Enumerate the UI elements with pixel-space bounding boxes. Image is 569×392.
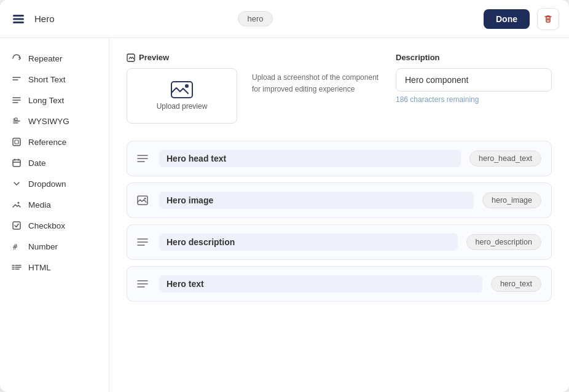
reference-icon [11, 137, 22, 147]
body: Repeater Short Text [0, 38, 569, 392]
hero-image-icon [137, 195, 151, 205]
media-icon [11, 200, 22, 210]
chars-remaining: 186 characters remaining [396, 95, 552, 104]
short-text-icon [11, 74, 22, 84]
svg-rect-10 [15, 140, 18, 144]
dropdown-icon [11, 179, 22, 189]
description-section: Description Hero component 186 character… [396, 53, 552, 123]
sidebar-item-wysiwyg[interactable]: WYSIWYG [0, 111, 109, 131]
sidebar-item-short-text-label: Short Text [28, 75, 66, 84]
sidebar-item-long-text[interactable]: Long Text [0, 90, 109, 111]
html-icon [11, 262, 22, 272]
upload-preview-box[interactable]: Upload preview [127, 68, 237, 123]
sidebar-item-dropdown[interactable]: Dropdown [0, 173, 109, 194]
hero-image-key: hero_image [482, 192, 541, 208]
sidebar-item-wysiwyg-label: WYSIWYG [28, 117, 69, 126]
sidebar-item-checkbox-label: Checkbox [28, 221, 65, 230]
long-text-icon [11, 95, 22, 105]
preview-area: Preview Upload preview [127, 53, 237, 123]
sidebar-item-date[interactable]: Date [0, 152, 109, 173]
field-row-hero-description: Hero description hero_description [127, 224, 552, 260]
hero-description-key: hero_description [466, 234, 541, 250]
description-label: Description [396, 53, 552, 62]
hero-text-icon [137, 280, 151, 288]
field-row-hero-head-text: Hero head text hero_head_text [127, 141, 552, 176]
component-title-input[interactable]: Hero [34, 10, 230, 28]
number-icon: # [11, 241, 22, 251]
sidebar-item-dropdown-label: Dropdown [28, 179, 66, 189]
repeater-icon [11, 53, 22, 63]
done-button[interactable]: Done [484, 9, 530, 29]
hero-head-text-name: Hero head text [159, 150, 461, 167]
header-logo-icon [10, 12, 27, 26]
field-row-hero-image: Hero image hero_image [127, 182, 552, 218]
svg-rect-11 [13, 160, 20, 167]
fields-list: Hero head text hero_head_text Hero image… [127, 141, 552, 302]
svg-rect-9 [13, 138, 20, 146]
svg-rect-1 [13, 18, 24, 20]
sidebar-item-number[interactable]: # Number [0, 236, 109, 257]
hero-head-text-icon [137, 154, 151, 163]
wysiwyg-icon [11, 116, 22, 126]
sidebar-item-media-label: Media [28, 200, 51, 210]
hero-text-key: hero_text [491, 276, 541, 292]
hero-description-icon [137, 238, 151, 246]
preview-section: Preview Upload preview Upload a screensh… [127, 53, 552, 123]
hero-text-name: Hero text [159, 275, 482, 292]
hero-image-name: Hero image [159, 192, 474, 209]
svg-point-23 [185, 84, 189, 88]
sidebar-item-long-text-label: Long Text [28, 96, 64, 105]
sidebar-item-reference[interactable]: Reference [0, 131, 109, 152]
svg-point-12 [18, 202, 20, 204]
svg-point-28 [144, 198, 146, 200]
header: Hero hero Done [0, 0, 569, 38]
sidebar: Repeater Short Text [0, 38, 109, 392]
sidebar-item-date-label: Date [28, 159, 46, 168]
checkbox-icon [11, 221, 22, 230]
sidebar-item-reference-label: Reference [28, 138, 66, 147]
sidebar-item-html[interactable]: HTML [0, 257, 109, 278]
hero-head-text-key: hero_head_text [469, 151, 541, 167]
svg-text:#: # [13, 243, 18, 251]
preview-hint: Upload a screenshot of the component for… [252, 53, 381, 123]
sidebar-item-html-label: HTML [28, 263, 51, 272]
component-tag: hero [238, 11, 272, 26]
hero-description-name: Hero description [159, 233, 458, 251]
upload-preview-label: Upload preview [157, 102, 208, 111]
sidebar-item-checkbox[interactable]: Checkbox [0, 215, 109, 236]
sidebar-item-repeater-label: Repeater [28, 54, 63, 63]
sidebar-item-short-text[interactable]: Short Text [0, 69, 109, 90]
svg-rect-0 [13, 15, 24, 17]
preview-label: Preview [127, 53, 237, 62]
svg-rect-13 [13, 222, 20, 229]
description-input[interactable]: Hero component [396, 68, 552, 92]
sidebar-item-repeater[interactable]: Repeater [0, 48, 109, 69]
delete-button[interactable] [537, 8, 559, 30]
main-content: Preview Upload preview Upload a screensh… [109, 38, 569, 392]
date-icon [11, 158, 22, 168]
sidebar-item-media[interactable]: Media [0, 194, 109, 215]
sidebar-item-number-label: Number [28, 242, 58, 251]
svg-rect-2 [13, 22, 24, 23]
field-row-hero-text: Hero text hero_text [127, 266, 552, 302]
